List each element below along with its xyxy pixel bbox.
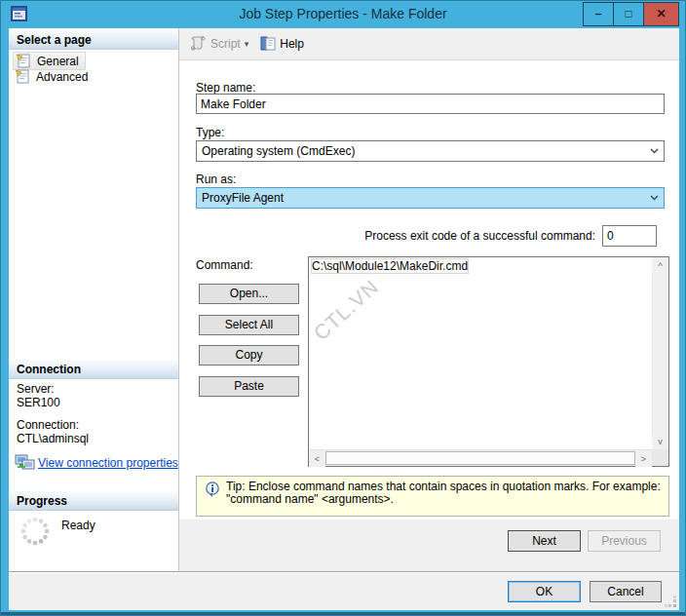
minimize-button[interactable]: – — [583, 2, 614, 26]
sidebar-item-label: Advanced — [36, 70, 88, 84]
select-all-button[interactable]: Select All — [199, 315, 299, 335]
type-label: Type: — [196, 126, 224, 139]
horizontal-scroll-thumb[interactable] — [325, 451, 635, 465]
scroll-up-arrow[interactable]: ^ — [652, 257, 668, 274]
previous-button[interactable]: Previous — [588, 530, 661, 552]
scroll-right-arrow[interactable]: > — [635, 450, 652, 467]
connection-header: Connection — [9, 360, 178, 379]
step-name-label: Step name: — [196, 81, 255, 95]
help-button[interactable]: Help — [260, 36, 304, 52]
titlebar[interactable]: Job Step Properties - Make Folder – □ ✕ — [1, 1, 685, 28]
exit-code-input[interactable] — [602, 225, 657, 247]
script-icon — [189, 36, 207, 52]
command-text: C:\sql\Module12\MakeDir.cmd — [312, 259, 649, 273]
scroll-left-arrow[interactable]: < — [309, 450, 325, 467]
connection-properties-icon — [15, 453, 36, 471]
connection-label: Connection: — [17, 418, 79, 432]
open-button[interactable]: Open... — [199, 284, 299, 304]
server-value: SER100 — [17, 396, 60, 409]
type-select[interactable]: Operating system (CmdExec) — [196, 140, 665, 162]
minimize-icon: – — [595, 7, 602, 20]
view-connection-properties-link[interactable]: View connection properties — [38, 456, 178, 470]
close-button[interactable]: ✕ — [643, 2, 679, 26]
progress-header: Progress — [9, 491, 178, 511]
type-select-value: Operating system (CmdExec) — [202, 144, 355, 158]
info-icon — [205, 481, 220, 497]
help-icon — [260, 36, 276, 52]
paste-button[interactable]: Paste — [199, 376, 299, 397]
sidebar: Select a page General Advanced Connectio… — [9, 28, 179, 571]
close-icon: ✕ — [656, 7, 666, 20]
page-icon — [15, 69, 30, 84]
command-label: Command: — [196, 258, 253, 272]
maximize-button[interactable]: □ — [613, 2, 644, 26]
dialog-body: Select a page General Advanced Connectio… — [9, 28, 679, 609]
chevron-down-icon — [646, 189, 663, 207]
tip-line2: "command name" <arguments>. — [226, 493, 661, 506]
progress-spinner-icon — [19, 516, 51, 547]
page-icon — [16, 54, 31, 68]
run-as-select[interactable]: ProxyFile Agent — [196, 187, 665, 209]
resize-grip[interactable] — [665, 596, 677, 608]
command-textarea[interactable]: CTL.VN C:\sql\Module12\MakeDir.cmd ^ v <… — [308, 256, 669, 467]
vertical-scrollbar[interactable]: ^ v — [652, 257, 668, 449]
sidebar-item-label: General — [37, 55, 79, 68]
connection-value: CTL\adminsql — [17, 432, 89, 445]
sidebar-item-advanced[interactable]: Advanced — [13, 68, 94, 85]
run-as-select-value: ProxyFile Agent — [202, 191, 284, 205]
tip-box: Tip: Enclose command names that contain … — [196, 476, 669, 517]
chevron-down-icon — [646, 142, 663, 160]
progress-status: Ready — [61, 519, 95, 532]
scrollbar-corner — [652, 449, 668, 466]
script-dropdown-caret-icon[interactable]: ▾ — [245, 39, 249, 49]
copy-button[interactable]: Copy — [199, 345, 299, 366]
script-label: Script — [210, 37, 241, 51]
maximize-icon: □ — [625, 7, 631, 20]
server-label: Server: — [17, 382, 55, 396]
next-button[interactable]: Next — [508, 530, 581, 552]
scroll-down-arrow[interactable]: v — [652, 433, 668, 449]
job-step-properties-dialog: Job Step Properties - Make Folder – □ ✕ … — [0, 0, 686, 616]
select-a-page-header: Select a page — [9, 30, 178, 50]
exit-code-label: Process exit code of a successful comman… — [364, 229, 595, 243]
run-as-label: Run as: — [196, 173, 236, 186]
main-panel: Script ▾ Help Step name: Type: Operating — [179, 28, 679, 571]
toolbar: Script ▾ Help — [179, 28, 679, 60]
step-name-input[interactable] — [196, 94, 665, 114]
watermark: CTL.VN — [309, 275, 383, 345]
help-label: Help — [280, 37, 304, 51]
script-button[interactable]: Script ▾ — [189, 36, 248, 52]
ok-button[interactable]: OK — [508, 581, 581, 602]
footer: OK Cancel — [9, 571, 679, 610]
cancel-button[interactable]: Cancel — [590, 581, 662, 602]
horizontal-scrollbar[interactable]: < > — [309, 449, 652, 466]
